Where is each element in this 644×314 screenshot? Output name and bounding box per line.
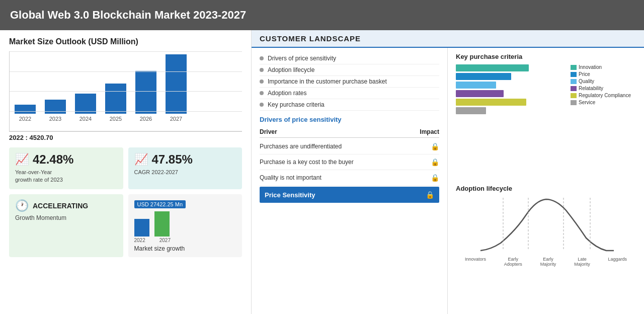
bar-fill-2024 bbox=[75, 94, 96, 114]
adoption-label-late-majority: LateMajority bbox=[574, 257, 590, 267]
price-sensitivity-row: Price Sensitivity 🔒 bbox=[260, 187, 439, 203]
kpc-bar-price bbox=[456, 73, 566, 80]
cagr-label: CAGR 2022-2027 bbox=[134, 169, 236, 176]
bar-chart: 2022 2023 2024 2025 2026 bbox=[9, 51, 242, 132]
legend-service: Service bbox=[571, 100, 636, 105]
yoy-top: 📈 42.48% bbox=[15, 152, 117, 167]
adoption-label-innovators: Innovators bbox=[465, 257, 486, 267]
criteria-dot-3 bbox=[260, 80, 264, 84]
market-bar-2027 bbox=[154, 211, 170, 237]
driver-row-2: Purchase is a key cost to the buyer 🔒 bbox=[260, 154, 439, 170]
price-sensitivity-lock: 🔒 bbox=[426, 191, 434, 199]
bar-label-2024: 2024 bbox=[79, 116, 92, 122]
drivers-title: Drivers of price sensitivity bbox=[260, 116, 439, 123]
criteria-item-2: Adoption lifecycle bbox=[260, 64, 439, 76]
market-growth-card: USD 27422.25 Mn 2022 2027 Market size gr… bbox=[128, 194, 243, 257]
bar-2023: 2023 bbox=[45, 100, 66, 122]
adoption-section: Adoption lifecycle Innov bbox=[456, 185, 636, 309]
market-label-2027: 2027 bbox=[159, 238, 171, 243]
kpc-fill-innovation bbox=[456, 64, 529, 71]
criteria-item-5: Key purchase criteria bbox=[260, 99, 439, 111]
legend-quality: Quality bbox=[571, 78, 636, 84]
yoy-card: 📈 42.48% Year-over-Year growth rate of 2… bbox=[9, 147, 123, 189]
bottom-cards: 🕐 ACCELERATING Growth Momentum USD 27422… bbox=[9, 194, 242, 257]
bar-fill-2026 bbox=[135, 71, 156, 114]
criteria-item-3: Importance in the customer purchase bask… bbox=[260, 76, 439, 88]
yoy-label: Year-over-Year growth rate of 2023 bbox=[15, 169, 117, 184]
legend-label-service: Service bbox=[579, 100, 595, 105]
bar-label-2023: 2023 bbox=[49, 116, 61, 122]
bar-2024: 2024 bbox=[75, 94, 96, 122]
legend-label-regulatory: Regulatory Compliance bbox=[579, 93, 631, 98]
market-bar-labels: 2022 2027 bbox=[134, 238, 236, 243]
swatch-service bbox=[571, 100, 577, 105]
middle-section: Drivers of price sensitivity Adoption li… bbox=[252, 48, 448, 314]
market-desc: Market size growth bbox=[134, 245, 236, 252]
metrics-row: 📈 42.48% Year-over-Year growth rate of 2… bbox=[9, 147, 242, 189]
yoy-value: 42.48% bbox=[33, 152, 73, 167]
legend-relatability: Relatability bbox=[571, 86, 636, 91]
criteria-item-4: Adoption rates bbox=[260, 88, 439, 99]
kpc-fill-regulatory bbox=[456, 99, 526, 106]
drivers-table: Driver Impact Purchases are undifferenti… bbox=[260, 126, 439, 203]
kpc-bar-innovation bbox=[456, 64, 566, 71]
page-title: Global Web 3.0 Blockchain Market 2023-20… bbox=[10, 9, 246, 22]
legend-regulatory: Regulatory Compliance bbox=[571, 93, 636, 98]
market-mini-chart bbox=[134, 211, 236, 237]
driver-label-1: Purchases are undifferentiated bbox=[260, 143, 342, 150]
adoption-labels: Innovators EarlyAdopters EarlyMajority L… bbox=[456, 257, 636, 267]
adoption-svg bbox=[456, 195, 636, 256]
legend-label-quality: Quality bbox=[579, 78, 594, 84]
cagr-icon: 📈 bbox=[134, 153, 148, 166]
adoption-label-laggards: Laggards bbox=[608, 257, 627, 267]
far-right-section: Key purchase criteria bbox=[448, 48, 644, 314]
legend-innovation: Innovation bbox=[571, 64, 636, 70]
adoption-label-early-majority: EarlyMajority bbox=[540, 257, 556, 267]
market-label-2022: 2022 bbox=[134, 238, 145, 243]
swatch-innovation bbox=[571, 65, 577, 70]
lock-icon-2: 🔒 bbox=[431, 158, 439, 166]
accelerating-card: 🕐 ACCELERATING Growth Momentum bbox=[9, 194, 123, 257]
accel-subtitle: Growth Momentum bbox=[15, 214, 117, 221]
driver-label-3: Quality is not important bbox=[260, 174, 321, 181]
bar-2026: 2026 bbox=[135, 71, 156, 122]
bar-2025: 2025 bbox=[105, 84, 126, 122]
drivers-header: Driver Impact bbox=[260, 126, 439, 138]
criteria-dot-5 bbox=[260, 103, 264, 107]
criteria-label-1: Drivers of price sensitivity bbox=[268, 55, 336, 62]
bar-fill-2027 bbox=[166, 54, 187, 114]
bar-2027: 2027 bbox=[166, 54, 187, 122]
accel-title: ACCELERATING bbox=[33, 202, 88, 210]
adoption-label-early-adopters: EarlyAdopters bbox=[504, 257, 522, 267]
swatch-regulatory bbox=[571, 93, 577, 98]
col-driver: Driver bbox=[260, 128, 277, 135]
cagr-top: 📈 47.85% bbox=[134, 152, 236, 167]
bar-fill-2023 bbox=[45, 100, 66, 114]
bar-fill-2025 bbox=[105, 84, 126, 114]
bar-label-2027: 2027 bbox=[170, 116, 182, 122]
market-bar-2022 bbox=[134, 219, 149, 237]
kpc-title: Key purchase criteria bbox=[456, 53, 636, 60]
kpc-bar-service bbox=[456, 107, 566, 114]
legend-label-relatability: Relatability bbox=[579, 86, 603, 91]
left-panel: Market Size Outlook (USD Million) 2022 2… bbox=[0, 30, 252, 314]
lock-icon-3: 🔒 bbox=[431, 174, 439, 182]
criteria-label-3: Importance in the customer purchase bask… bbox=[268, 78, 387, 85]
bar-2022: 2022 bbox=[15, 105, 36, 122]
bar-label-2025: 2025 bbox=[110, 116, 122, 122]
speedometer-icon: 🕐 bbox=[15, 199, 29, 212]
cagr-card: 📈 47.85% CAGR 2022-2027 bbox=[128, 147, 243, 189]
price-sensitivity-label: Price Sensitivity bbox=[265, 191, 315, 199]
criteria-dot-1 bbox=[260, 56, 264, 60]
page-header: Global Web 3.0 Blockchain Market 2023-20… bbox=[0, 0, 644, 30]
cagr-value: 47.85% bbox=[152, 152, 193, 167]
criteria-label-4: Adoption rates bbox=[268, 90, 306, 97]
kpc-fill-service bbox=[456, 107, 486, 114]
bar-label-2026: 2026 bbox=[140, 116, 152, 122]
legend-price: Price bbox=[571, 71, 636, 77]
year-value-label: 2022 : bbox=[9, 134, 28, 141]
swatch-price bbox=[571, 72, 577, 77]
kpc-bar-regulatory bbox=[456, 99, 566, 106]
customer-landscape-header: CUSTOMER LANDSCAPE bbox=[252, 30, 644, 48]
adoption-chart bbox=[456, 195, 636, 256]
